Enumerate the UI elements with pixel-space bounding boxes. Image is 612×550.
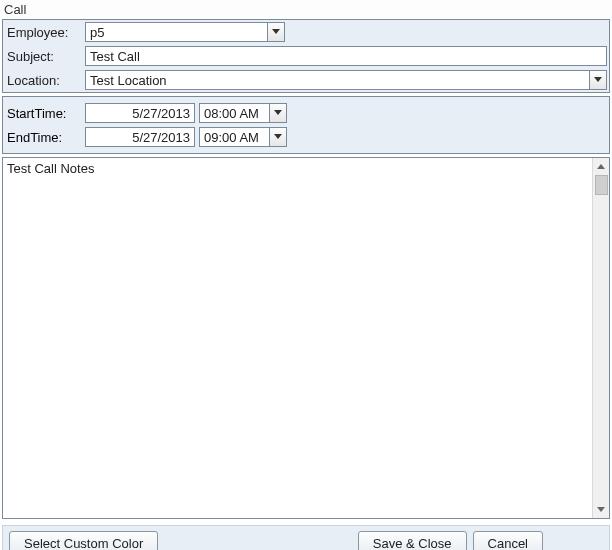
start-time-dropdown-button[interactable] bbox=[269, 103, 287, 123]
end-time-input[interactable] bbox=[199, 127, 269, 147]
button-bar: Select Custom Color Save & Close Cancel bbox=[2, 525, 610, 550]
header-fields-panel: Employee: Subject: Location: bbox=[2, 19, 610, 93]
chevron-down-icon bbox=[272, 29, 280, 35]
notes-textarea[interactable] bbox=[3, 158, 592, 518]
start-time-label: StartTime: bbox=[5, 106, 85, 121]
chevron-down-icon bbox=[594, 77, 602, 83]
chevron-down-icon bbox=[274, 134, 282, 140]
employee-dropdown-button[interactable] bbox=[267, 22, 285, 42]
window-title: Call bbox=[0, 0, 612, 19]
cancel-button[interactable]: Cancel bbox=[473, 531, 543, 550]
svg-marker-2 bbox=[274, 110, 282, 115]
select-custom-color-button[interactable]: Select Custom Color bbox=[9, 531, 158, 550]
end-time-dropdown-button[interactable] bbox=[269, 127, 287, 147]
notes-area bbox=[2, 157, 610, 519]
subject-label: Subject: bbox=[5, 49, 85, 64]
subject-input[interactable] bbox=[85, 46, 607, 66]
end-date-input[interactable] bbox=[85, 127, 195, 147]
scroll-down-arrow[interactable] bbox=[593, 501, 609, 518]
chevron-up-icon bbox=[597, 164, 605, 170]
svg-marker-3 bbox=[274, 134, 282, 139]
svg-marker-5 bbox=[597, 507, 605, 512]
chevron-down-icon bbox=[274, 110, 282, 116]
save-close-button[interactable]: Save & Close bbox=[358, 531, 467, 550]
scroll-thumb[interactable] bbox=[595, 175, 608, 195]
svg-marker-1 bbox=[594, 77, 602, 82]
employee-label: Employee: bbox=[5, 25, 85, 40]
time-fields-panel: StartTime: EndTime: bbox=[2, 96, 610, 154]
svg-marker-4 bbox=[597, 164, 605, 169]
location-label: Location: bbox=[5, 73, 85, 88]
location-input[interactable] bbox=[85, 70, 589, 90]
notes-scrollbar[interactable] bbox=[592, 158, 609, 518]
end-time-label: EndTime: bbox=[5, 130, 85, 145]
start-date-input[interactable] bbox=[85, 103, 195, 123]
start-time-input[interactable] bbox=[199, 103, 269, 123]
scroll-up-arrow[interactable] bbox=[593, 158, 609, 175]
employee-input[interactable] bbox=[85, 22, 267, 42]
svg-marker-0 bbox=[272, 29, 280, 34]
location-dropdown-button[interactable] bbox=[589, 70, 607, 90]
chevron-down-icon bbox=[597, 507, 605, 513]
